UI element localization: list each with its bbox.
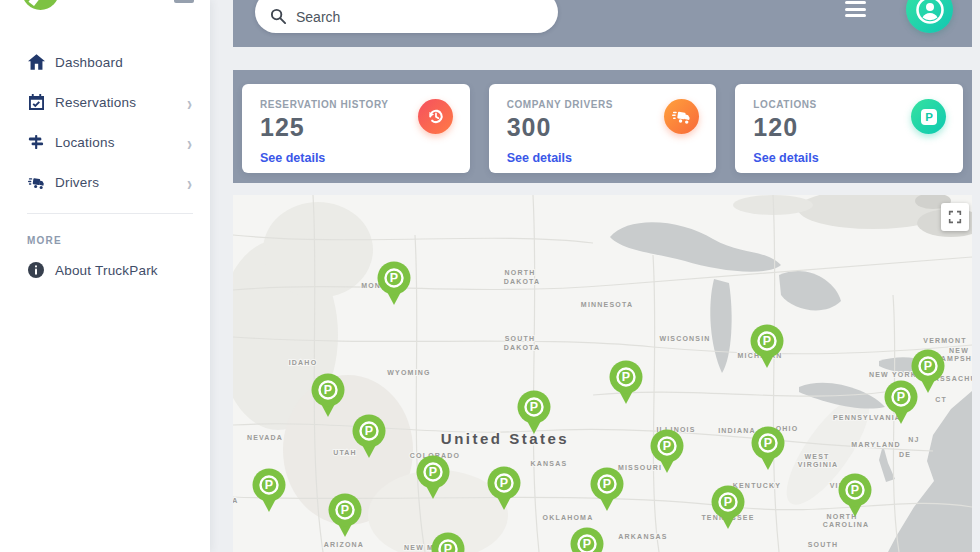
svg-text:P: P bbox=[444, 542, 452, 552]
state-label: WISCONSIN bbox=[659, 335, 710, 342]
map-canvas[interactable]: ONMONTANANORTHDAKOTASOUTHDAKOTAMINNESOTA… bbox=[233, 195, 972, 552]
map-marker[interactable]: P bbox=[610, 361, 643, 405]
state-label: KANSAS bbox=[531, 460, 568, 467]
sidebar-nav: Dashboard Reservations › Locations › bbox=[0, 42, 210, 202]
sidebar-item-drivers[interactable]: Drivers › bbox=[0, 162, 210, 202]
state-label: WEST bbox=[804, 453, 829, 460]
svg-text:P: P bbox=[390, 271, 398, 285]
state-label: NJ bbox=[908, 436, 919, 443]
stats-band: RESERVATION HISTORY 125 See details COMP… bbox=[233, 70, 972, 183]
sidebar-section-label: MORE bbox=[27, 235, 210, 246]
svg-text:P: P bbox=[897, 390, 905, 404]
state-label: VIRGINIA bbox=[798, 461, 839, 468]
main-content: RESERVATION HISTORY 125 See details COMP… bbox=[233, 0, 972, 552]
state-label: UTAH bbox=[333, 449, 357, 456]
map-marker[interactable]: P bbox=[329, 494, 362, 538]
app-root: Dashboard Reservations › Locations › bbox=[0, 0, 980, 552]
map[interactable]: ONMONTANANORTHDAKOTASOUTHDAKOTAMINNESOTA… bbox=[233, 195, 972, 552]
sidebar-collapse-icon[interactable] bbox=[174, 0, 194, 3]
sidebar-item-label: Reservations bbox=[55, 95, 136, 110]
state-label: PENNSYLVANIA bbox=[833, 414, 901, 421]
sidebar-item-dashboard[interactable]: Dashboard bbox=[0, 42, 210, 82]
info-icon bbox=[27, 261, 45, 279]
history-icon bbox=[418, 99, 453, 134]
chevron-right-icon: › bbox=[187, 132, 192, 152]
state-label: OKLAHOMA bbox=[543, 514, 594, 521]
state-label: ARKANSAS bbox=[618, 533, 667, 540]
state-label: ARIZONA bbox=[324, 541, 364, 548]
sidebar-item-reservations[interactable]: Reservations › bbox=[0, 82, 210, 122]
truck-icon bbox=[27, 173, 45, 191]
state-label: INDIANA bbox=[718, 427, 756, 434]
map-marker[interactable]: P bbox=[571, 528, 604, 552]
map-marker[interactable]: P bbox=[378, 262, 411, 306]
sidebar-item-label: Drivers bbox=[55, 175, 99, 190]
map-marker[interactable]: P bbox=[839, 474, 872, 518]
fullscreen-icon bbox=[947, 209, 963, 225]
svg-text:P: P bbox=[500, 476, 508, 490]
country-label: United States bbox=[441, 430, 569, 447]
map-marker[interactable]: P bbox=[253, 469, 286, 513]
stat-card-locations: LOCATIONS 120 See details P bbox=[735, 84, 963, 173]
map-marker[interactable]: P bbox=[751, 325, 784, 369]
state-label: MARYLAND bbox=[851, 441, 900, 448]
see-details-link[interactable]: See details bbox=[507, 151, 572, 165]
state-label: WYOMING bbox=[387, 369, 430, 376]
svg-text:P: P bbox=[763, 334, 771, 348]
state-label: MINNESOTA bbox=[581, 301, 633, 308]
map-marker[interactable]: P bbox=[518, 391, 551, 435]
chevron-right-icon: › bbox=[187, 172, 192, 192]
state-label: NEW YORK bbox=[869, 371, 917, 378]
svg-text:P: P bbox=[663, 439, 671, 453]
map-marker[interactable]: P bbox=[712, 486, 745, 530]
chevron-right-icon: › bbox=[187, 92, 192, 112]
avatar-button[interactable] bbox=[906, 0, 953, 33]
map-marker[interactable]: P bbox=[591, 468, 624, 512]
svg-text:P: P bbox=[925, 111, 933, 123]
search-icon bbox=[270, 8, 287, 25]
sidebar-item-label: Locations bbox=[55, 135, 115, 150]
svg-text:P: P bbox=[583, 537, 591, 551]
state-label: NEVADA bbox=[247, 434, 283, 441]
svg-text:P: P bbox=[530, 400, 538, 414]
menu-icon[interactable] bbox=[845, 1, 866, 17]
home-icon bbox=[27, 53, 45, 71]
fullscreen-button[interactable] bbox=[941, 203, 969, 231]
state-label: MISSOURI bbox=[618, 464, 662, 471]
svg-text:P: P bbox=[622, 370, 630, 384]
map-marker[interactable]: P bbox=[752, 427, 785, 471]
state-label: NORTH bbox=[827, 513, 858, 520]
state-label: SOUTH bbox=[808, 541, 839, 548]
stat-card-reservation-history: RESERVATION HISTORY 125 See details bbox=[242, 84, 470, 173]
svg-text:P: P bbox=[365, 424, 373, 438]
state-label: NEW bbox=[949, 347, 969, 354]
search-box[interactable] bbox=[255, 0, 558, 33]
see-details-link[interactable]: See details bbox=[753, 151, 818, 165]
state-label: CALIFORNIA bbox=[233, 497, 239, 504]
svg-text:P: P bbox=[724, 495, 732, 509]
sidebar-item-label: About TruckPark bbox=[55, 263, 158, 278]
svg-text:P: P bbox=[265, 478, 273, 492]
sidebar: Dashboard Reservations › Locations › bbox=[0, 0, 210, 552]
state-label: IDAHO bbox=[289, 359, 318, 366]
svg-text:P: P bbox=[924, 359, 932, 373]
signpost-icon bbox=[27, 133, 45, 151]
state-label: DE bbox=[899, 451, 911, 458]
svg-text:P: P bbox=[324, 383, 332, 397]
state-label: VERMONT bbox=[923, 337, 966, 344]
svg-text:P: P bbox=[341, 503, 349, 517]
svg-text:P: P bbox=[764, 436, 772, 450]
state-label: DAKOTA bbox=[504, 278, 541, 285]
state-label: CT bbox=[935, 396, 947, 403]
state-label: DAKOTA bbox=[504, 344, 541, 351]
sidebar-item-locations[interactable]: Locations › bbox=[0, 122, 210, 162]
see-details-link[interactable]: See details bbox=[260, 151, 325, 165]
map-marker[interactable]: P bbox=[912, 350, 945, 394]
sidebar-item-about[interactable]: About TruckPark bbox=[0, 250, 210, 290]
state-label: SOUTH bbox=[505, 335, 536, 342]
truckpark-logo[interactable] bbox=[22, 0, 59, 10]
sidebar-divider bbox=[27, 213, 193, 214]
svg-text:P: P bbox=[851, 483, 859, 497]
search-input[interactable] bbox=[296, 9, 526, 25]
state-label: NORTH bbox=[505, 269, 536, 276]
